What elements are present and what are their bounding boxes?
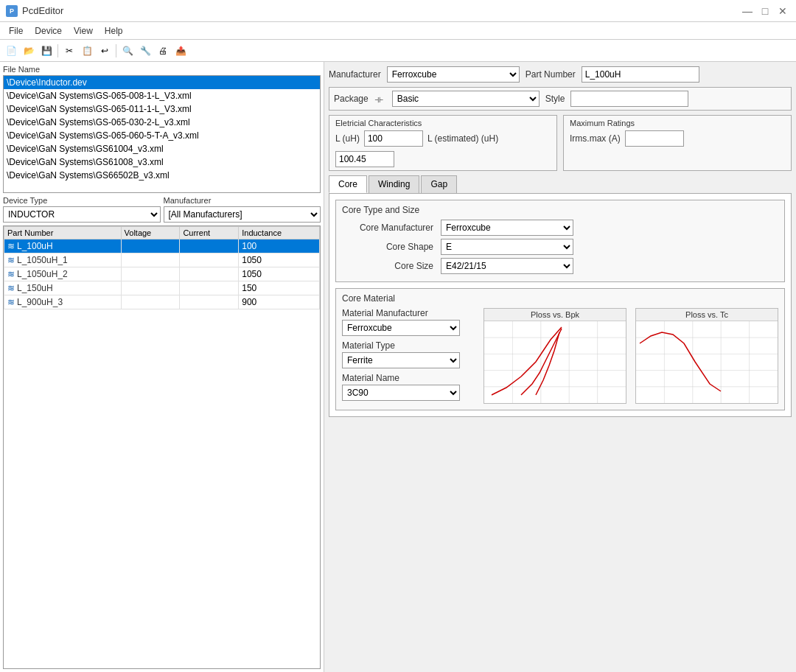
- package-row: Package ⟛ BasicSMDThrough-hole Style: [329, 87, 792, 111]
- toolbar-undo[interactable]: ↩: [97, 43, 113, 59]
- material-mfr-label: Material Manufacturer: [342, 308, 475, 318]
- style-input[interactable]: [570, 91, 688, 107]
- toolbar-paste[interactable]: 📋: [79, 43, 95, 59]
- toolbar: 📄 📂 💾 ✂ 📋 ↩ 🔍 🔧 🖨 📤: [0, 40, 796, 62]
- file-list-item[interactable]: \Device\GaN Systems\GS-065-011-1-L_V3.xm…: [4, 102, 320, 116]
- toolbar-search[interactable]: 🔍: [119, 43, 136, 59]
- table-row[interactable]: ≋L_150uH150: [4, 281, 320, 295]
- file-list[interactable]: \Device\Inductor.dev\Device\GaN Systems\…: [3, 75, 321, 193]
- inductance-cell: 900: [239, 295, 320, 309]
- tab-gap[interactable]: Gap: [421, 175, 457, 193]
- chart2-title: Ploss vs. Tc: [636, 309, 778, 321]
- manufacturer-label: Manufacturer: [329, 69, 381, 80]
- inductance-cell: 1050: [239, 267, 320, 281]
- irms-input[interactable]: [625, 130, 684, 147]
- package-select[interactable]: BasicSMDThrough-hole: [392, 91, 540, 107]
- voltage-cell: [121, 281, 180, 295]
- package-label: Package: [334, 94, 369, 104]
- chart2-area: [636, 321, 778, 403]
- core-material-section: Core Material Material Manufacturer Ferr…: [335, 288, 785, 410]
- part-number-cell: ≋L_100uH: [4, 239, 122, 253]
- voltage-cell: [121, 295, 180, 309]
- voltage-cell: [121, 239, 180, 253]
- l-est-input[interactable]: [335, 151, 394, 167]
- title-bar: P PcdEditor — □ ✕: [0, 0, 796, 22]
- tab-core[interactable]: Core: [329, 175, 367, 193]
- chart-ploss-tc: Ploss vs. Tc: [635, 308, 778, 404]
- tab-winding[interactable]: Winding: [369, 175, 419, 193]
- elec-group: Eletricial Characteristics L (uH) L (est…: [329, 115, 557, 171]
- toolbar-new[interactable]: 📄: [3, 43, 19, 59]
- menu-view[interactable]: View: [68, 24, 99, 38]
- menu-file[interactable]: File: [3, 24, 29, 38]
- table-row[interactable]: ≋L_100uH100: [4, 239, 320, 253]
- table-row[interactable]: ≋L_900uH_3900: [4, 295, 320, 309]
- core-size-label: Core Size: [342, 261, 438, 271]
- main-container: File Name \Device\Inductor.dev\Device\Ga…: [0, 62, 796, 672]
- file-list-item[interactable]: \Device\Inductor.dev: [4, 76, 320, 89]
- file-list-item[interactable]: \Device\GaN Systems\GS-065-008-1-L_V3.xm…: [4, 89, 320, 102]
- device-type-label: Device Type: [3, 196, 161, 205]
- current-cell: [180, 253, 239, 267]
- tab-bar: CoreWindingGap: [329, 175, 792, 193]
- parts-table-container[interactable]: Part NumberVoltageCurrentInductance ≋L_1…: [3, 225, 321, 669]
- material-name-group: Material Name 3C903C943C953F3: [342, 373, 475, 401]
- maximize-button[interactable]: □: [758, 4, 772, 18]
- file-list-item[interactable]: \Device\GaN Systems\GS61004_v3.xml: [4, 142, 320, 155]
- current-cell: [180, 267, 239, 281]
- device-type-group: Device Type INDUCTORCAPACITORRESISTORDIO…: [3, 196, 161, 223]
- device-type-select[interactable]: INDUCTORCAPACITORRESISTORDIODEMOSFET: [3, 206, 161, 223]
- toolbar-export[interactable]: 📤: [172, 43, 189, 59]
- parts-table: Part NumberVoltageCurrentInductance ≋L_1…: [4, 226, 320, 309]
- toolbar-print[interactable]: 🖨: [155, 43, 171, 59]
- core-size-select[interactable]: E42/21/15E55/28/21E65/32/27E30/15/7: [441, 258, 573, 274]
- part-number-cell: ≋L_1050uH_2: [4, 267, 122, 281]
- table-row[interactable]: ≋L_1050uH_21050: [4, 267, 320, 281]
- table-row[interactable]: ≋L_1050uH_11050: [4, 253, 320, 267]
- core-manufacturer-select[interactable]: FerroxcubeTDKMurata: [441, 220, 573, 236]
- file-list-item[interactable]: \Device\GaN Systems\GS61008_v3.xml: [4, 155, 320, 169]
- file-list-item[interactable]: \Device\GaN Systems\GS-065-060-5-T-A_v3.…: [4, 129, 320, 142]
- chart2-svg: [636, 321, 778, 403]
- toolbar-cut[interactable]: ✂: [61, 43, 77, 59]
- minimize-button[interactable]: —: [740, 4, 755, 18]
- app-title: PcdEditor: [22, 5, 63, 16]
- file-list-item[interactable]: \Device\GaN Systems\GS66502B_v3.xml: [4, 169, 320, 182]
- l-label: L (uH): [335, 133, 360, 144]
- material-name-select[interactable]: 3C903C943C953F3: [342, 385, 460, 401]
- material-type-select[interactable]: FerriteIron PowderSendustMPP: [342, 352, 460, 368]
- core-shape-label: Core Shape: [342, 242, 438, 252]
- core-shape-select[interactable]: EUToroidEFDPQ: [441, 239, 573, 255]
- toolbar-settings[interactable]: 🔧: [137, 43, 153, 59]
- menu-device[interactable]: Device: [29, 24, 68, 38]
- toolbar-sep1: [57, 44, 58, 57]
- window-controls: — □ ✕: [740, 4, 790, 18]
- chart1-area: [484, 321, 626, 403]
- material-mfr-group: Material Manufacturer FerroxcubeTDKMurat…: [342, 308, 475, 336]
- core-type-section: Core Type and Size Core Manufacturer Fer…: [335, 200, 785, 282]
- part-number-input[interactable]: [582, 66, 699, 83]
- toolbar-open[interactable]: 📂: [21, 43, 37, 59]
- core-manufacturer-row: Core Manufacturer FerroxcubeTDKMurata: [342, 220, 778, 236]
- core-type-title: Core Type and Size: [342, 205, 778, 215]
- material-mfr-select[interactable]: FerroxcubeTDKMurata: [342, 320, 460, 336]
- close-button[interactable]: ✕: [775, 4, 790, 18]
- table-header-cell: Inductance: [239, 227, 320, 239]
- file-list-item[interactable]: \Device\GaN Systems\GS-065-030-2-L_v3.xm…: [4, 116, 320, 129]
- part-number-cell: ≋L_150uH: [4, 281, 122, 295]
- top-fields: Manufacturer FerroxcubeTDKMurataWürth Pa…: [329, 66, 792, 83]
- l-input[interactable]: [364, 130, 423, 147]
- material-type-label: Material Type: [342, 340, 475, 351]
- manufacturer-select[interactable]: FerroxcubeTDKMurataWürth: [387, 66, 520, 83]
- filter-row: Device Type INDUCTORCAPACITORRESISTORDIO…: [3, 196, 321, 223]
- core-size-row: Core Size E42/21/15E55/28/21E65/32/27E30…: [342, 258, 778, 274]
- max-ratings-fields: Irms.max (A): [570, 130, 785, 147]
- title-bar-left: P PcdEditor: [6, 5, 63, 17]
- current-cell: [180, 239, 239, 253]
- toolbar-sep2: [116, 44, 116, 57]
- toolbar-save[interactable]: 💾: [38, 43, 55, 59]
- inductance-cell: 100: [239, 239, 320, 253]
- menu-help[interactable]: Help: [99, 24, 129, 38]
- manufacturer-filter-select[interactable]: [All Manufacturers]FerroxcubeTDKMurataWü…: [164, 206, 321, 223]
- l-est-label: L (estimated) (uH): [427, 133, 498, 144]
